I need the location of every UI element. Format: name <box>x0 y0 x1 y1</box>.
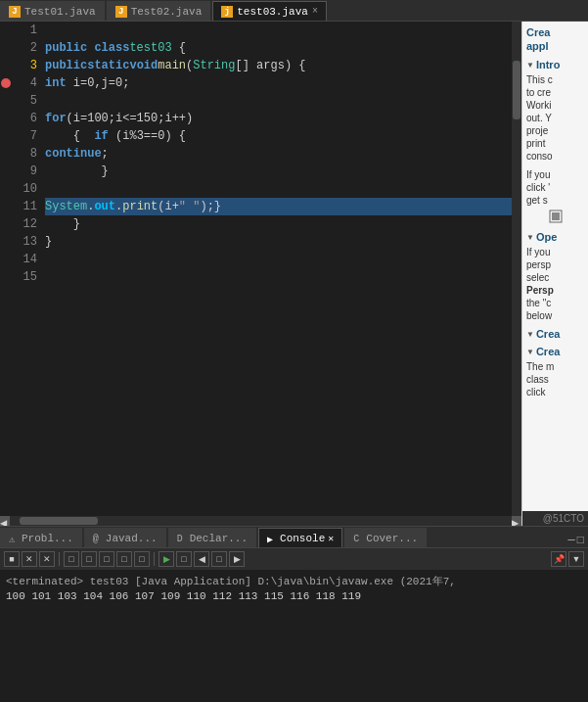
line-num-8: 8 <box>16 145 37 163</box>
right-panel-content: Creaappl Intro This cto creWorkiout. Ypr… <box>522 22 588 511</box>
create2-section-header[interactable]: Crea <box>526 346 584 357</box>
tab-close-icon[interactable]: × <box>312 6 318 17</box>
breakpoint-marker[interactable] <box>1 78 11 88</box>
code-line-11: System.out.print(i+" ");} <box>45 198 512 215</box>
code-line-10 <box>45 180 512 198</box>
next-btn[interactable]: □ <box>211 551 227 567</box>
toolbar-sep-1 <box>59 552 60 566</box>
scroll-left-btn[interactable]: ◀ <box>0 516 10 526</box>
maximize-panel-btn[interactable]: □ <box>577 534 584 547</box>
scroll-end-btn[interactable]: □ <box>99 551 114 567</box>
line-num-5: 5 <box>16 92 37 110</box>
tab-console[interactable]: ▶ Console ✕ <box>258 528 342 547</box>
editor-content: 1 2 3 4 5 6 7 8 9 10 11 12 13 14 15 publ… <box>0 22 521 516</box>
code-line-8: continue; <box>45 145 512 163</box>
tab-problems[interactable]: ⚠ Probl... <box>0 528 82 547</box>
bottom-tab-bar: ⚠ Probl... @ Javad... D Declar... ▶ Cons… <box>0 527 588 548</box>
svg-rect-1 <box>552 212 560 220</box>
tab-test01[interactable]: J Test01.java <box>0 1 105 21</box>
tab-declaration[interactable]: D Declar... <box>168 528 256 547</box>
tab-javadoc-label: Javad... <box>106 533 158 544</box>
tab-test02-label: Test02.java <box>131 6 203 18</box>
line-num-14: 14 <box>16 251 37 268</box>
code-line-9: } <box>45 163 512 180</box>
line-num-12: 12 <box>16 215 37 233</box>
declaration-icon: D <box>177 534 187 543</box>
tab-console-label: Console <box>280 533 325 544</box>
code-line-5 <box>45 92 512 110</box>
tab-coverage-label: Cover... <box>366 533 418 544</box>
open-btn[interactable]: ▶ <box>229 551 245 567</box>
problems-icon: ⚠ <box>9 534 19 543</box>
tab-test02[interactable]: J Test02.java <box>107 1 211 21</box>
code-line-12: } <box>45 215 512 233</box>
javadoc-icon: @ <box>93 534 103 543</box>
intro-section-header[interactable]: Intro <box>526 59 584 70</box>
main-area: 1 2 3 4 5 6 7 8 9 10 11 12 13 14 15 publ… <box>0 22 588 526</box>
editor-horizontal-scrollbar[interactable]: ◀ ▶ <box>0 516 521 526</box>
line-num-13: 13 <box>16 233 37 251</box>
console-output: <terminated> test03 [Java Application] D… <box>0 570 588 702</box>
scroll-lock-btn[interactable]: □ <box>116 551 132 567</box>
watermark: @51CTO <box>522 511 588 526</box>
code-line-4: int i=0,j=0; <box>45 74 512 92</box>
java-file-icon-2: J <box>115 6 127 18</box>
line-num-4: 4 <box>16 74 37 92</box>
code-line-15 <box>45 268 512 286</box>
code-line-3: public static void main(String[] args) { <box>45 57 512 74</box>
tab-test01-label: Test01.java <box>24 6 96 18</box>
stop-btn[interactable]: ■ <box>4 551 20 567</box>
run-btn[interactable]: ▶ <box>158 551 174 567</box>
breakpoint-gutter <box>0 22 12 516</box>
code-line-6: for(i=100;i<=150;i++) <box>45 110 512 127</box>
right-panel-title: Creaappl <box>526 25 584 53</box>
toolbar-sep-2 <box>154 552 155 566</box>
prev-btn[interactable]: ◀ <box>194 551 209 567</box>
if-you-click-text: If youclick 'get s <box>526 168 584 207</box>
view-menu-btn[interactable]: ▼ <box>568 551 584 567</box>
action-icon <box>549 210 563 223</box>
copy-btn[interactable]: □ <box>64 551 79 567</box>
java-file-icon-3: j <box>221 6 233 18</box>
editor-tab-bar: J Test01.java J Test02.java j test03.jav… <box>0 0 588 22</box>
line-num-6: 6 <box>16 110 37 127</box>
line-num-10: 10 <box>16 180 37 198</box>
create1-section-header[interactable]: Crea <box>526 328 584 340</box>
line-numbers: 1 2 3 4 5 6 7 8 9 10 11 12 13 14 15 <box>12 22 41 516</box>
scrollbar-thumb[interactable] <box>513 61 520 119</box>
scroll-right-btn[interactable]: ▶ <box>512 516 521 526</box>
clear-btn[interactable]: ✕ <box>22 551 37 567</box>
code-line-1 <box>45 22 512 39</box>
open-section-text: If youperspselecPerspthe "cbelow <box>526 246 584 322</box>
open-section-header[interactable]: Ope <box>526 231 584 243</box>
code-line-14 <box>45 251 512 268</box>
scrollbar-h-thumb[interactable] <box>20 517 98 525</box>
line-num-15: 15 <box>16 268 37 286</box>
tab-test03[interactable]: j test03.java × <box>212 1 327 21</box>
right-panel: Creaappl Intro This cto creWorkiout. Ypr… <box>521 22 588 526</box>
remove-btn[interactable]: ✕ <box>39 551 55 567</box>
minimize-panel-btn[interactable]: — <box>568 534 575 547</box>
line-num-9: 9 <box>16 163 37 180</box>
line-num-2: 2 <box>16 39 37 57</box>
code-line-13: } <box>45 233 512 251</box>
tab-javadoc[interactable]: @ Javad... <box>84 528 166 547</box>
tab-test03-label: test03.java <box>237 6 308 18</box>
bottom-panel: ⚠ Probl... @ Javad... D Declar... ▶ Cons… <box>0 526 588 702</box>
paste-btn[interactable]: □ <box>81 551 97 567</box>
word-wrap-btn[interactable]: □ <box>134 551 150 567</box>
pin-btn[interactable]: 📌 <box>551 551 566 567</box>
debug-btn[interactable]: □ <box>176 551 192 567</box>
console-close-icon: ✕ <box>328 533 334 544</box>
coverage-icon: C <box>353 534 363 543</box>
code-editor[interactable]: public class test03 { public static void… <box>41 22 512 516</box>
console-toolbar: ■ ✕ ✕ □ □ □ □ □ ▶ □ ◀ □ ▶ 📌 ▼ <box>0 548 588 570</box>
create2-section-text: The mclassclick <box>526 360 584 398</box>
tab-coverage[interactable]: C Cover... <box>344 528 427 547</box>
console-output-line: 100 101 103 104 106 107 109 110 112 113 … <box>6 588 582 604</box>
line-num-1: 1 <box>16 22 37 39</box>
console-icon: ▶ <box>267 534 277 543</box>
java-file-icon: J <box>9 6 21 18</box>
line-num-11: 11 <box>16 198 37 215</box>
editor-vertical-scrollbar[interactable] <box>512 22 521 516</box>
